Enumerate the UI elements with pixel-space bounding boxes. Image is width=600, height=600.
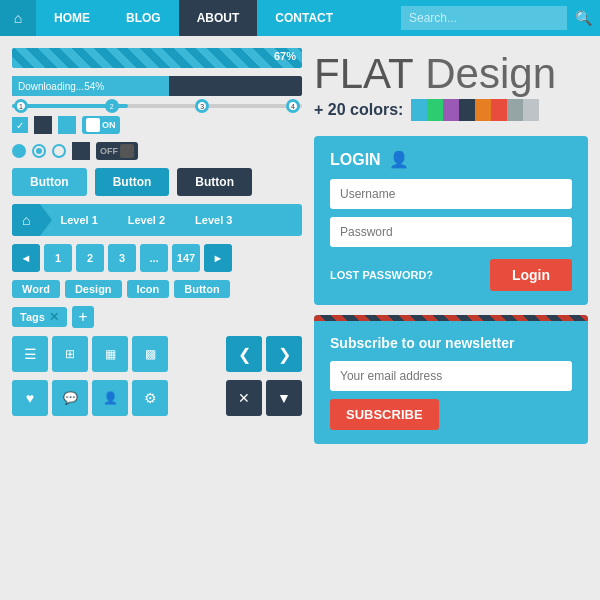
nav-item-about[interactable]: ABOUT [179,0,258,36]
swatch-8 [523,99,539,121]
striped-progress-bar: 67% [12,48,302,68]
colors-label: + 20 colors: [314,101,403,119]
nav-item-blog[interactable]: BLOG [108,0,179,36]
slider-dot-2[interactable]: 2 [105,99,119,113]
newsletter-border-stripe [314,315,588,321]
tag-remove-icon[interactable]: ✕ [49,310,59,324]
grid-small-icon-btn[interactable]: ⊞ [52,336,88,372]
page-prev[interactable]: ◄ [12,244,40,272]
breadcrumb-level2[interactable]: Level 2 [108,204,175,236]
colors-row: + 20 colors: [314,99,588,121]
heart-icon-btn[interactable]: ♥ [12,380,48,416]
toggle-off-knob [120,144,134,158]
swatch-2 [427,99,443,121]
navbar: ⌂ HOME BLOG ABOUT CONTACT 🔍 [0,0,600,36]
newsletter-box: Subscribe to our newsletter SUBSCRIBE [314,315,588,444]
newsletter-title: Subscribe to our newsletter [330,335,572,351]
button-1[interactable]: Button [12,168,87,196]
flat-light: Design [425,50,556,97]
login-user-icon: 👤 [389,150,409,169]
buttons-row: Button Button Button [12,168,302,196]
chat-icon-btn[interactable]: 💬 [52,380,88,416]
page-dots[interactable]: ... [140,244,168,272]
password-field[interactable] [330,217,572,247]
icon-row-2: ♥ 💬 👤 ⚙ ✕ ▼ [12,380,302,416]
square-dark-1[interactable] [34,116,52,134]
toggle-off[interactable]: OFF [96,142,138,160]
square-blue-1[interactable] [58,116,76,134]
title-section: FLAT Design + 20 colors: [314,48,588,126]
tag-removable[interactable]: Tags ✕ [12,307,67,327]
lost-password-link[interactable]: LOST PASSWORD? [330,269,433,281]
nav-item-contact[interactable]: CONTACT [257,0,351,36]
slider-track[interactable]: 1 2 3 4 [12,104,302,108]
slider-dot-3[interactable]: 3 [195,99,209,113]
search-input[interactable] [401,6,567,30]
slider-dot-1[interactable]: 1 [14,99,28,113]
slider-dot-4[interactable]: 4 [286,99,300,113]
slider-section[interactable]: 1 2 3 4 [12,104,302,108]
radio-filled[interactable] [12,144,26,158]
toggle-on[interactable]: ON [82,116,120,134]
tag-button[interactable]: Button [174,280,229,298]
username-field[interactable] [330,179,572,209]
button-2[interactable]: Button [95,168,170,196]
grid-med-icon-btn[interactable]: ▦ [92,336,128,372]
square-dark-2[interactable] [72,142,90,160]
search-icon[interactable]: 🔍 [567,10,600,26]
subscribe-button[interactable]: SUBSCRIBE [330,399,439,430]
login-button[interactable]: Login [490,259,572,291]
toggle-off-label: OFF [100,146,118,156]
page-2[interactable]: 2 [76,244,104,272]
close-icon-btn[interactable]: ✕ [226,380,262,416]
left-panel: 67% Downloading...54% 1 2 3 4 ✓ [12,48,302,588]
tag-icon[interactable]: Icon [127,280,170,298]
nav-home-icon[interactable]: ⌂ [0,0,36,36]
page-1[interactable]: 1 [44,244,72,272]
nav-prev-arrow[interactable]: ❮ [226,336,262,372]
page-3[interactable]: 3 [108,244,136,272]
toggle-on-label: ON [102,120,116,130]
login-title: LOGIN 👤 [330,150,572,169]
tag-removable-label: Tags [20,311,45,323]
radio-empty[interactable] [52,144,66,158]
radio-inner[interactable] [32,144,46,158]
pagination: ◄ 1 2 3 ... 147 ► [12,244,302,272]
email-field[interactable] [330,361,572,391]
checkboxes-row: ✓ ON [12,116,302,134]
down-icon-btn[interactable]: ▼ [266,380,302,416]
search-area: 🔍 [401,6,600,30]
tag-word[interactable]: Word [12,280,60,298]
striped-progress-label: 67% [274,50,296,62]
tag-design[interactable]: Design [65,280,122,298]
radios-row: OFF [12,142,302,160]
button-3[interactable]: Button [177,168,252,196]
user-icon-btn[interactable]: 👤 [92,380,128,416]
login-title-text: LOGIN [330,151,381,169]
breadcrumb-level1[interactable]: Level 1 [40,204,107,236]
checkbox-1[interactable]: ✓ [12,117,28,133]
breadcrumb-home[interactable]: ⌂ [12,204,40,236]
gear-icon-btn[interactable]: ⚙ [132,380,168,416]
icon-row-1: ☰ ⊞ ▦ ▩ ❮ ❯ [12,336,302,372]
swatch-1 [411,99,427,121]
main-content: 67% Downloading...54% 1 2 3 4 ✓ [0,36,600,600]
breadcrumb-level3[interactable]: Level 3 [175,204,242,236]
tag-add-button[interactable]: + [72,306,94,328]
page-next[interactable]: ► [204,244,232,272]
swatch-6 [491,99,507,121]
swatch-3 [443,99,459,121]
swatch-4 [459,99,475,121]
nav-next-arrow[interactable]: ❯ [266,336,302,372]
download-progress-fill: Downloading...54% [12,76,169,96]
flat-bold: FLAT [314,50,414,97]
download-progress-wrap: Downloading...54% [12,76,302,96]
check-icon: ✓ [16,120,24,131]
right-panel: FLAT Design + 20 colors: [314,48,588,588]
nav-item-home[interactable]: HOME [36,0,108,36]
download-progress-label: Downloading...54% [18,81,104,92]
login-box: LOGIN 👤 LOST PASSWORD? Login [314,136,588,305]
grid-large-icon-btn[interactable]: ▩ [132,336,168,372]
list-icon-btn[interactable]: ☰ [12,336,48,372]
page-147[interactable]: 147 [172,244,200,272]
